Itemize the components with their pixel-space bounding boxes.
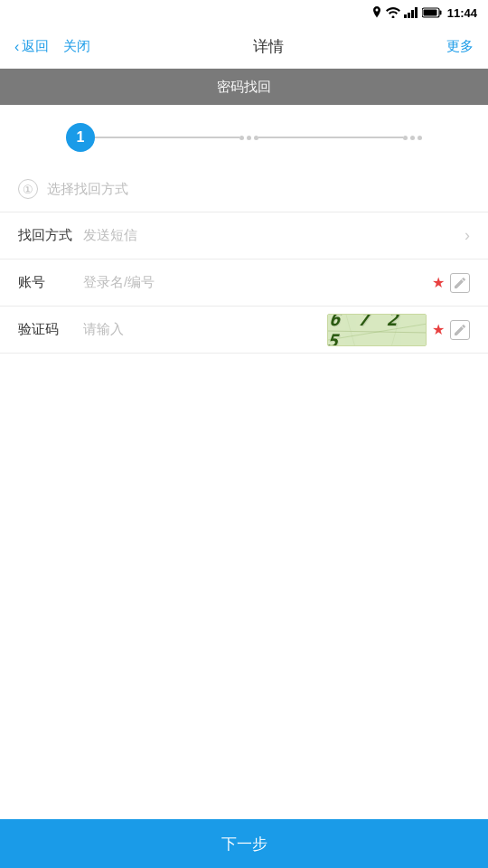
more-button[interactable]: 更多 bbox=[446, 38, 474, 55]
recovery-method-label: 找回方式 bbox=[18, 227, 83, 244]
nav-title: 详情 bbox=[253, 36, 284, 57]
account-label: 账号 bbox=[18, 274, 83, 291]
captcha-text: 6 7 2 5 bbox=[327, 314, 427, 346]
account-edit-icon[interactable] bbox=[450, 273, 470, 293]
captcha-container: 请输入 6 7 2 5 bbox=[83, 314, 427, 346]
recovery-method-row[interactable]: 找回方式 发送短信 › bbox=[0, 212, 488, 259]
wifi-icon bbox=[386, 7, 400, 18]
sub-header-title: 密码找回 bbox=[217, 79, 271, 96]
battery-icon bbox=[422, 7, 442, 18]
location-icon bbox=[371, 6, 382, 19]
recovery-method-value: 发送短信 bbox=[83, 227, 457, 244]
step-2-dots bbox=[239, 136, 258, 140]
captcha-row: 验证码 请输入 6 7 2 5 ★ bbox=[0, 307, 488, 354]
step-1-circle: 1 bbox=[66, 123, 95, 152]
section-text: 选择找回方式 bbox=[47, 181, 128, 198]
nav-left: ‹ 返回 关闭 bbox=[14, 38, 90, 55]
svg-rect-1 bbox=[408, 13, 410, 18]
step-line-2 bbox=[258, 137, 403, 138]
captcha-required-icon: ★ bbox=[432, 321, 445, 338]
svg-rect-2 bbox=[411, 10, 414, 18]
section-number: ① bbox=[18, 179, 38, 199]
close-label: 关闭 bbox=[63, 38, 90, 55]
steps-indicator: 1 bbox=[0, 105, 488, 170]
svg-rect-5 bbox=[439, 11, 441, 15]
captcha-label: 验证码 bbox=[18, 321, 83, 338]
back-arrow-icon: ‹ bbox=[14, 39, 19, 55]
captcha-input[interactable]: 请输入 bbox=[83, 321, 320, 338]
account-input[interactable]: 登录名/编号 bbox=[83, 274, 427, 291]
next-step-label: 下一步 bbox=[221, 834, 267, 854]
step-3-dots bbox=[403, 136, 422, 140]
back-label: 返回 bbox=[22, 38, 49, 55]
status-icons bbox=[371, 6, 442, 19]
next-step-button[interactable]: 下一步 bbox=[0, 819, 488, 868]
back-button[interactable]: ‹ 返回 bbox=[14, 38, 49, 55]
svg-rect-0 bbox=[404, 14, 407, 18]
svg-rect-6 bbox=[423, 10, 436, 16]
status-bar: 11:44 bbox=[0, 0, 488, 25]
close-button[interactable]: 关闭 bbox=[63, 38, 90, 55]
sub-header: 密码找回 bbox=[0, 69, 488, 105]
step-line-1 bbox=[95, 137, 239, 138]
top-nav: ‹ 返回 关闭 详情 更多 bbox=[0, 25, 488, 69]
account-required-icon: ★ bbox=[432, 274, 445, 291]
recovery-method-arrow-icon: › bbox=[465, 226, 470, 245]
signal-icon bbox=[404, 7, 418, 18]
svg-rect-3 bbox=[415, 7, 418, 18]
captcha-edit-icon[interactable] bbox=[450, 320, 470, 340]
section-label: ① 选择找回方式 bbox=[0, 170, 488, 212]
captcha-image[interactable]: 6 7 2 5 bbox=[327, 314, 427, 346]
time-display: 11:44 bbox=[447, 6, 477, 20]
account-row: 账号 登录名/编号 ★ bbox=[0, 259, 488, 307]
form-section: 找回方式 发送短信 › 账号 登录名/编号 ★ 验证码 请输入 bbox=[0, 212, 488, 354]
